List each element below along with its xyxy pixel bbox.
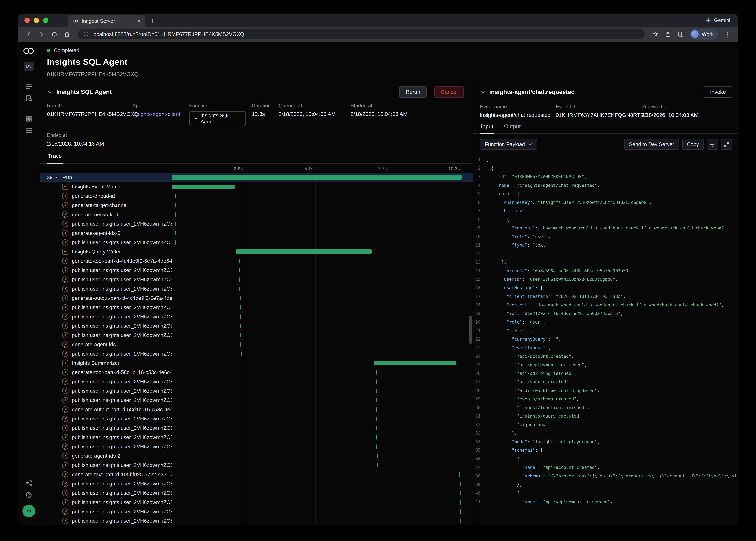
trace-row[interactable]: Insights Summarizer: [40, 358, 473, 368]
share-icon[interactable]: [22, 477, 35, 489]
tab-trace[interactable]: Trace: [47, 153, 63, 164]
span-bar[interactable]: [240, 305, 241, 309]
span-bar[interactable]: [175, 203, 176, 208]
span-bar[interactable]: [376, 389, 377, 393]
span-bar[interactable]: [460, 482, 461, 486]
trace-row[interactable]: ƒpublish:user:insights:user_2VH6zowmhZC8…: [40, 414, 473, 423]
trace-row[interactable]: ƒpublish:user:insights:user_2VH6zowmhZC8…: [40, 488, 473, 498]
trace-row[interactable]: ƒpublish:user:insights:user_2VH6zowmhZC8…: [40, 433, 473, 442]
trace-row[interactable]: ƒpublish:user:insights:user_2VH6zowmhZC8…: [40, 423, 473, 433]
payload-selector[interactable]: Function Payload: [480, 139, 537, 150]
site-info-icon[interactable]: [83, 31, 89, 37]
run-row[interactable]: 39 Run: [40, 173, 473, 182]
browser-tab[interactable]: Inngest Server ×: [68, 15, 145, 27]
trace-row[interactable]: ƒpublish:user:insights:user_2VH6zowmhZC8…: [40, 479, 473, 488]
span-bar[interactable]: [376, 435, 377, 439]
span-bar[interactable]: [376, 379, 377, 384]
chevron-down-icon[interactable]: [480, 89, 485, 95]
span-bar[interactable]: [376, 444, 377, 449]
trace-row[interactable]: ƒgenerate-network-id: [40, 210, 473, 219]
span-bar[interactable]: [377, 463, 378, 467]
trace-row[interactable]: ƒgenerate-text-part-id-105bf925-5722-437…: [40, 470, 473, 479]
span-bar[interactable]: [460, 500, 461, 504]
tab-input[interactable]: Input: [480, 123, 494, 134]
chevron-down-icon[interactable]: [54, 176, 58, 180]
app-link[interactable]: insights-agent-client: [133, 111, 183, 117]
trace-row[interactable]: ƒgenerate-target-channel: [40, 201, 473, 210]
trace-row[interactable]: ƒpublish:user:insights:user_2VH6zowmhZC8…: [40, 377, 473, 386]
span-bar[interactable]: [175, 194, 176, 198]
trace-row[interactable]: ƒpublish:user:insights:user_2VH6zowmhZC8…: [40, 312, 473, 321]
span-bar[interactable]: [239, 259, 240, 263]
trace-row[interactable]: Insights Query Writer: [40, 247, 473, 256]
url-text[interactable]: localhost:8288/run?runID=01KHRMF677RJPPH…: [92, 31, 244, 37]
bookmark-star-icon[interactable]: [649, 28, 661, 40]
span-bar[interactable]: [240, 314, 241, 319]
span-bar[interactable]: [460, 509, 461, 514]
span-bar[interactable]: [376, 398, 377, 402]
home-icon[interactable]: [61, 28, 73, 40]
span-bar[interactable]: [175, 231, 176, 235]
env-badge[interactable]: DV: [24, 62, 34, 71]
span-bar[interactable]: [175, 212, 176, 217]
span-bar[interactable]: [459, 472, 460, 477]
trace-row[interactable]: ƒpublish:user:insights:user_2VH6zowmhZC8…: [40, 386, 473, 395]
span-bar[interactable]: [241, 351, 242, 356]
help-icon[interactable]: [22, 489, 35, 501]
span-bar[interactable]: [239, 286, 240, 291]
trace-row[interactable]: ƒgenerate-agent-ids-1: [40, 340, 473, 349]
address-bar[interactable]: localhost:8288/run?runID=01KHRMF677RJPPH…: [78, 29, 645, 39]
span-bar[interactable]: [239, 277, 240, 282]
rerun-button[interactable]: Rerun: [399, 86, 426, 98]
trace-row[interactable]: ƒpublish:user:insights:user_2VH6zowmhZC8…: [40, 516, 473, 525]
zoom-window-button[interactable]: [43, 18, 48, 23]
word-wrap-icon[interactable]: [707, 139, 718, 150]
trace-row[interactable]: ƒpublish:user:insights:user_2VH6zowmhZC8…: [40, 266, 473, 275]
trace-row[interactable]: ƒpublish:user:insights:user_2VH6zowmhZC8…: [40, 219, 473, 229]
trace-row[interactable]: ƒgenerate-agent-ids-2: [40, 451, 473, 461]
run-bar[interactable]: [172, 175, 462, 180]
trace-row[interactable]: ƒpublish:user:insights:user_2VH6zowmhZC8…: [40, 395, 473, 405]
span-bar[interactable]: [236, 250, 372, 254]
cancel-button[interactable]: Cancel: [434, 86, 464, 98]
trace-row[interactable]: ƒgenerate-output-part-id-58d1b116-c53c-4…: [40, 405, 473, 414]
inngest-logo-icon[interactable]: [23, 48, 34, 54]
event-logs-icon[interactable]: [22, 125, 35, 136]
close-window-button[interactable]: [24, 18, 30, 23]
span-bar[interactable]: [376, 417, 377, 421]
trace-row[interactable]: ƒpublish:user:insights:user_2VH6zowmhZC8…: [40, 507, 473, 516]
trace-row[interactable]: ƒpublish:user:insights:user_2VH6zowmhZC8…: [40, 238, 473, 247]
runs-list-icon[interactable]: [22, 81, 35, 92]
apps-grid-icon[interactable]: [22, 113, 35, 125]
trace-row[interactable]: ƒgenerate-tool-part-id-4c4de9f0-6e7a-4de…: [40, 256, 473, 266]
expand-icon[interactable]: [721, 139, 732, 150]
span-bar[interactable]: [377, 454, 378, 458]
close-tab-icon[interactable]: ×: [136, 18, 142, 24]
trace-row[interactable]: ƒpublish:user:insights:user_2VH6zowmhZC8…: [40, 461, 473, 470]
trace-row[interactable]: ƒpublish:user:insights:user_2VH6zowmhZC8…: [40, 442, 473, 451]
trace-row[interactable]: ƒpublish:user:insights:user_2VH6zowmhZC8…: [40, 498, 473, 507]
trace-row[interactable]: ƒgenerate-tool-part-id-58d1b116-c53c-4e6…: [40, 368, 473, 377]
trace-row[interactable]: ƒgenerate-thread-id: [40, 191, 473, 201]
new-tab-button[interactable]: +: [150, 17, 154, 24]
search-doc-icon[interactable]: [22, 92, 35, 104]
span-bar[interactable]: [175, 240, 176, 245]
span-bar[interactable]: [376, 407, 377, 412]
dev-tools-button[interactable]: </>: [22, 505, 35, 517]
span-bar[interactable]: [240, 296, 241, 300]
minimize-window-button[interactable]: [34, 18, 39, 23]
browser-menu-icon[interactable]: [721, 28, 733, 40]
invoke-button[interactable]: Invoke: [704, 86, 732, 98]
tab-output[interactable]: Output: [503, 123, 521, 133]
extensions-icon[interactable]: [662, 28, 674, 40]
span-bar[interactable]: [374, 361, 456, 365]
span-bar[interactable]: [376, 370, 377, 374]
trace-row[interactable]: ƒgenerate-output-part-id-4c4de9f0-6e7a-4…: [40, 293, 473, 303]
trace-scrollbar[interactable]: [469, 316, 472, 344]
span-bar[interactable]: [376, 426, 377, 430]
chevron-down-icon[interactable]: [47, 89, 52, 95]
span-bar[interactable]: [460, 519, 461, 523]
trace-row[interactable]: ƒpublish:user:insights:user_2VH6zowmhZC8…: [40, 303, 473, 312]
trace-row[interactable]: ƒgenerate-agent-ids-0: [40, 229, 473, 238]
copy-button[interactable]: Copy: [682, 139, 704, 150]
